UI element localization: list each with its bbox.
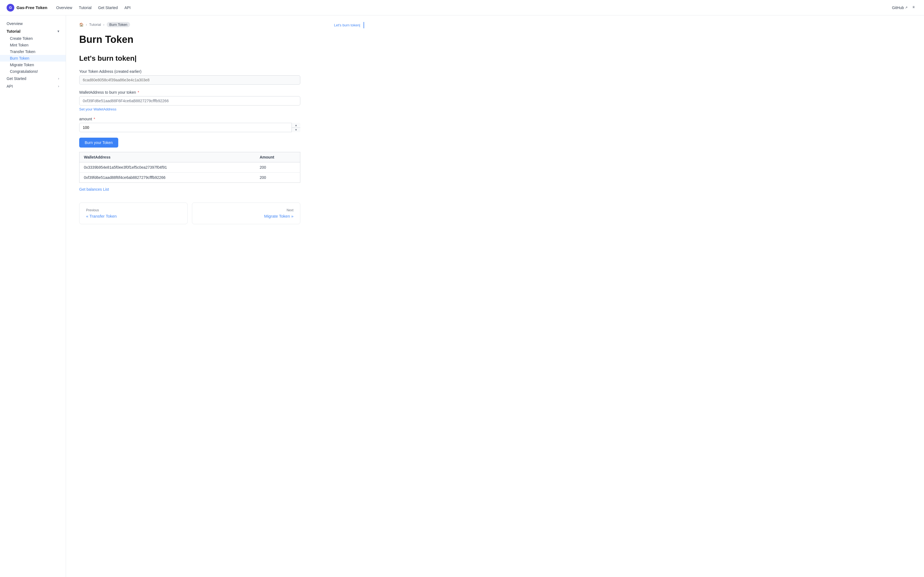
- breadcrumb-current: Burn Token: [107, 22, 130, 27]
- next-label: Next: [199, 208, 293, 212]
- section-title: Let's burn token|: [79, 54, 300, 63]
- prev-label: Previous: [86, 208, 181, 212]
- amount-increment[interactable]: ▲: [292, 123, 300, 128]
- burn-button[interactable]: Burn your Token: [79, 138, 118, 148]
- right-panel-link[interactable]: Let's burn token|: [318, 22, 364, 28]
- wallet-address-input[interactable]: [79, 96, 300, 105]
- github-link[interactable]: GitHub ↗: [892, 5, 908, 10]
- breadcrumb: 🏠 › Tutorial › Burn Token: [79, 22, 300, 27]
- amount-input[interactable]: [79, 123, 300, 132]
- breadcrumb-home[interactable]: 🏠: [79, 23, 84, 27]
- nav-right: GitHub ↗ ☀: [892, 5, 918, 10]
- token-address-input[interactable]: [79, 75, 300, 85]
- chevron-right-icon-api: ›: [58, 84, 59, 88]
- breadcrumb-sep1: ›: [86, 23, 87, 27]
- home-icon: 🏠: [79, 23, 84, 27]
- sidebar-section-api[interactable]: API ›: [0, 82, 66, 90]
- amount-group: amount * ▲ ▼: [79, 117, 300, 132]
- table-header-amount: Amount: [255, 152, 300, 163]
- table-cell-address: 0x3339b954e81a5f0ee3f0f1ef5c0ea27397f04f…: [79, 163, 255, 172]
- set-wallet-link[interactable]: Set your WalletAddress: [79, 107, 116, 111]
- main-content: 🏠 › Tutorial › Burn Token Burn Token Let…: [66, 15, 313, 577]
- table-cell-amount: 200: [255, 163, 300, 172]
- nav-tutorial[interactable]: Tutorial: [79, 5, 92, 10]
- amount-required: *: [94, 117, 95, 121]
- get-balances-link[interactable]: Get balances List: [79, 187, 109, 192]
- nav-overview[interactable]: Overview: [56, 5, 72, 10]
- next-nav-card[interactable]: Next Migrate Token »: [192, 203, 300, 224]
- chevron-down-icon: ▾: [58, 29, 59, 33]
- amount-decrement[interactable]: ▼: [292, 128, 300, 132]
- nav-links: Overview Tutorial Get Started API: [56, 5, 131, 10]
- right-panel: Let's burn token|: [313, 15, 368, 577]
- sidebar-section-tutorial[interactable]: Tutorial ▾: [0, 27, 66, 35]
- table-row: 0x3339b954e81a5f0ee3f0f1ef5c0ea27397f04f…: [79, 163, 300, 172]
- breadcrumb-sep2: ›: [103, 23, 104, 27]
- sidebar-sub-burn-token[interactable]: Burn Token: [0, 55, 66, 61]
- breadcrumb-tutorial[interactable]: Tutorial: [89, 23, 101, 27]
- logo-icon: G: [6, 4, 14, 11]
- prev-title: « Transfer Token: [86, 214, 181, 218]
- page-title: Burn Token: [79, 34, 300, 45]
- token-address-label: Your Token Address (created earlier): [79, 69, 300, 74]
- sidebar: Overview Tutorial ▾ Create Token Mint To…: [0, 15, 66, 577]
- amount-wrapper: ▲ ▼: [79, 123, 300, 132]
- wallet-address-group: WalletAddress to burn your token * Set y…: [79, 90, 300, 111]
- logo[interactable]: G Gas-Free Token: [6, 4, 47, 11]
- sidebar-sub-congratulations[interactable]: Congratulations!: [0, 68, 66, 75]
- nav-api[interactable]: API: [124, 5, 131, 10]
- nav-cards: Previous « Transfer Token Next Migrate T…: [79, 203, 300, 224]
- logo-text: Gas-Free Token: [16, 5, 47, 10]
- next-title: Migrate Token »: [199, 214, 293, 218]
- sidebar-item-overview[interactable]: Overview: [0, 20, 66, 27]
- amount-spinners: ▲ ▼: [291, 123, 300, 132]
- sidebar-section-get-started[interactable]: Get Started ›: [0, 75, 66, 82]
- required-marker: *: [137, 90, 139, 95]
- table-header-address: WalletAddress: [79, 152, 255, 163]
- prev-nav-card[interactable]: Previous « Transfer Token: [79, 203, 187, 224]
- sidebar-sub-transfer-token[interactable]: Transfer Token: [0, 48, 66, 55]
- balances-table: WalletAddress Amount 0x3339b954e81a5f0ee…: [79, 152, 300, 183]
- nav-get-started[interactable]: Get Started: [98, 5, 118, 10]
- sidebar-sub-create-token[interactable]: Create Token: [0, 35, 66, 42]
- sidebar-sub-migrate-token[interactable]: Migrate Token: [0, 61, 66, 68]
- theme-toggle[interactable]: ☀: [912, 5, 918, 10]
- token-address-group: Your Token Address (created earlier): [79, 69, 300, 85]
- amount-label: amount *: [79, 117, 300, 121]
- external-link-icon: ↗: [905, 6, 908, 9]
- sidebar-sub-mint-token[interactable]: Mint Token: [0, 42, 66, 48]
- chevron-right-icon: ›: [58, 77, 59, 81]
- table-cell-amount: 200: [255, 172, 300, 183]
- wallet-label: WalletAddress to burn your token *: [79, 90, 300, 95]
- table-row: 0xf39fd6e51aad88f6f4ce6ab8827279cfffb922…: [79, 172, 300, 183]
- table-cell-address: 0xf39fd6e51aad88f6f4ce6ab8827279cfffb922…: [79, 172, 255, 183]
